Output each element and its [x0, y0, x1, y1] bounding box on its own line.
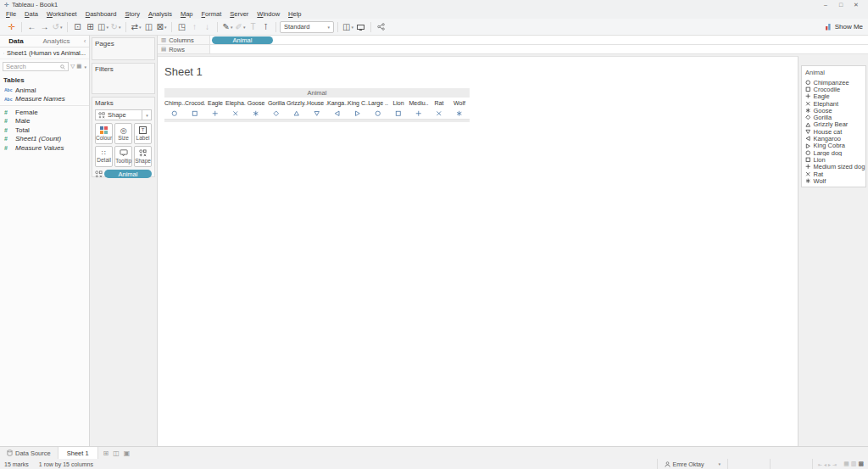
legend-item[interactable]: Eagle	[802, 93, 865, 100]
fit-mode-select[interactable]: Standard▾	[280, 21, 334, 33]
column-header[interactable]: Chimp..	[164, 100, 185, 108]
tab-data[interactable]: Data	[0, 37, 32, 45]
tile-view-icon[interactable]: ▥	[851, 461, 857, 467]
legend-item[interactable]: King Cobra	[802, 142, 865, 149]
field-animal[interactable]: AbcAnimal	[0, 86, 89, 95]
field-measure-values[interactable]: #Measure Values	[0, 143, 89, 153]
menu-help[interactable]: Help	[284, 10, 305, 18]
previous-page-icon[interactable]: ◂	[824, 461, 826, 467]
field-male[interactable]: #Male	[0, 117, 89, 126]
search-input[interactable]: Search	[3, 62, 69, 71]
filters-shelf[interactable]: Filters	[92, 63, 155, 94]
undo-icon[interactable]: ←	[25, 20, 38, 34]
view-options-caret-icon[interactable]: ▾	[84, 64, 86, 70]
show-hide-cards-icon[interactable]: ◫▾	[342, 20, 354, 34]
column-header[interactable]: Kanga..	[327, 100, 348, 108]
mark-asterisk[interactable]	[449, 108, 470, 119]
user-menu[interactable]: Emre Oktay ▾	[657, 459, 728, 469]
marks-pill-animal[interactable]: Animal	[104, 170, 152, 178]
new-data-source-icon[interactable]: ⊞	[84, 20, 97, 34]
legend-item[interactable]: Large dog	[802, 149, 865, 156]
legend-item[interactable]: Elephant	[802, 100, 865, 107]
legend-item[interactable]: Grizzly Bear	[802, 121, 865, 128]
marks-button-detail[interactable]: ∷Detail	[95, 146, 113, 167]
mark-asterisk[interactable]	[246, 108, 266, 119]
column-header[interactable]: Large ..	[368, 100, 388, 108]
marks-button-shape[interactable]: Shape	[134, 146, 152, 167]
mark-plus[interactable]	[205, 108, 225, 119]
filter-icon[interactable]: ▽	[70, 64, 75, 70]
legend-item[interactable]: House cat	[802, 128, 865, 135]
legend-item[interactable]: Rat	[802, 170, 865, 177]
swap-rows-columns-icon[interactable]: ⇄▾	[130, 20, 142, 34]
column-header[interactable]: Lion	[388, 100, 409, 108]
mark-triangle-down[interactable]	[307, 108, 327, 119]
menu-worksheet[interactable]: Worksheet	[42, 10, 81, 18]
menu-data[interactable]: Data	[20, 10, 42, 18]
columns-shelf[interactable]: Animal	[210, 36, 868, 44]
menu-story[interactable]: Story	[120, 10, 144, 18]
close-button[interactable]: ✕	[849, 2, 864, 8]
mark-diamond[interactable]	[266, 108, 287, 119]
data-source-item[interactable]: Sheet1 (Human vs Animal...	[0, 47, 89, 59]
menu-file[interactable]: File	[2, 10, 20, 18]
new-worksheet-tab-icon[interactable]: ⊞	[103, 449, 109, 457]
mark-square[interactable]	[185, 108, 205, 119]
legend-item[interactable]: Chimpanzee	[802, 79, 865, 86]
column-header[interactable]: House ..	[307, 100, 327, 108]
mark-type-caret[interactable]: ▾	[142, 109, 152, 120]
column-header[interactable]: King C..	[348, 100, 368, 108]
last-page-icon[interactable]: ⇥	[832, 461, 837, 467]
save-icon[interactable]: ⊡	[71, 20, 84, 34]
filmstrip-view-icon[interactable]: ▩	[858, 461, 864, 467]
tab-sheet-1[interactable]: Sheet 1	[58, 447, 98, 459]
duplicate-sheet-icon[interactable]: ◫	[142, 20, 155, 34]
field-total[interactable]: #Total	[0, 126, 89, 135]
rows-shelf[interactable]	[210, 45, 868, 53]
legend-item[interactable]: Goose	[802, 107, 865, 114]
mark-triangle-right[interactable]	[348, 108, 368, 119]
mark-triangle-left[interactable]	[327, 108, 348, 119]
highlight-icon[interactable]: ◳	[175, 20, 188, 34]
mark-circle[interactable]	[164, 108, 185, 119]
show-mark-labels-icon[interactable]: ✎▾	[221, 20, 234, 34]
column-header[interactable]: Eagle	[205, 100, 225, 108]
minimize-button[interactable]: –	[818, 2, 833, 8]
menu-window[interactable]: Window	[253, 10, 284, 18]
legend-item[interactable]: Gorilla	[802, 114, 865, 120]
column-header[interactable]: Mediu..	[409, 100, 429, 108]
pages-shelf[interactable]: Pages	[92, 37, 155, 60]
column-header[interactable]: Elepha..	[225, 100, 246, 108]
legend-item[interactable]: Kangaroo	[802, 135, 865, 142]
legend-item[interactable]: Wolf	[802, 177, 865, 184]
maximize-button[interactable]: □	[833, 2, 849, 8]
collapse-pane-icon[interactable]: ‹	[81, 37, 89, 45]
mark-square[interactable]	[388, 108, 409, 119]
field-female[interactable]: #Female	[0, 108, 89, 117]
marks-button-colour[interactable]: Colour	[95, 123, 113, 144]
field-measure-names[interactable]: AbcMeasure Names	[0, 95, 89, 104]
column-header[interactable]: Wolf	[449, 100, 470, 108]
new-story-tab-icon[interactable]: ▣	[124, 449, 131, 457]
mark-circle[interactable]	[368, 108, 388, 119]
menu-analysis[interactable]: Analysis	[144, 10, 176, 18]
menu-map[interactable]: Map	[176, 10, 198, 18]
columns-pill-animal[interactable]: Animal	[212, 36, 273, 44]
tab-analytics[interactable]: Analytics	[32, 37, 81, 45]
mark-type-dropdown[interactable]: Shape	[95, 109, 142, 120]
legend-item[interactable]: Lion	[802, 156, 865, 163]
mark-plus[interactable]	[409, 108, 429, 119]
pin-icon[interactable]: ⊺	[259, 20, 272, 34]
menu-dashboard[interactable]: Dashboard	[81, 10, 121, 18]
view-options-icon[interactable]: ▦	[76, 64, 81, 70]
marks-button-size[interactable]: ◎Size	[114, 123, 132, 144]
tableau-logo-icon[interactable]: ✛	[5, 20, 18, 34]
clear-sheet-icon[interactable]: ⊠▾	[155, 20, 168, 34]
menu-server[interactable]: Server	[225, 10, 253, 18]
mark-x[interactable]	[429, 108, 449, 119]
column-header[interactable]: Crocod..	[185, 100, 205, 108]
tab-data-source[interactable]: Data Source	[0, 447, 58, 459]
new-worksheet-icon[interactable]: ◫▾	[97, 20, 109, 34]
show-me-button[interactable]: Show Me	[825, 23, 863, 31]
shape-legend[interactable]: Animal ChimpanzeeCrocodileEagleElephantG…	[801, 65, 866, 187]
